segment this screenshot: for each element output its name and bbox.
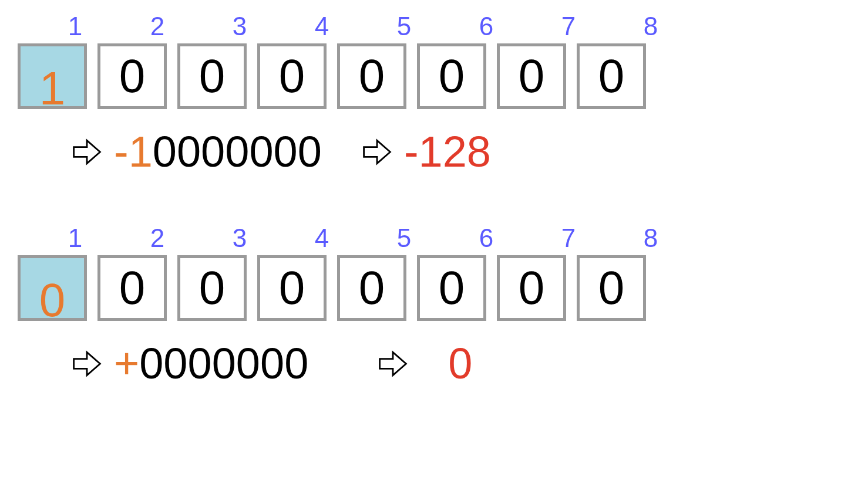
bit-cell: 0 xyxy=(577,255,646,321)
bit-cells: 1 0 0 0 0 0 0 0 xyxy=(18,43,850,109)
pos-label: 7 xyxy=(539,12,598,41)
bit-cell: 0 xyxy=(257,43,327,109)
byte-row-2: 1 2 3 4 5 6 7 8 0 0 0 0 0 0 0 0 +0000000… xyxy=(18,224,850,388)
decimal-value: -128 xyxy=(404,127,491,177)
bit-cell: 0 xyxy=(257,255,327,321)
pos-label: 4 xyxy=(292,12,351,41)
bit-cell: 0 xyxy=(337,255,406,321)
sign-bit-cell: 0 xyxy=(18,255,87,321)
bit-cell: 0 xyxy=(497,43,566,109)
pos-label: 8 xyxy=(621,224,680,253)
pos-label: 1 xyxy=(46,224,105,253)
pos-label: 5 xyxy=(375,224,433,253)
pos-label: 3 xyxy=(210,224,269,253)
bit-positions: 1 2 3 4 5 6 7 8 xyxy=(18,224,850,253)
pos-label: 3 xyxy=(210,12,269,41)
bit-cell: 0 xyxy=(577,43,646,109)
pos-label: 8 xyxy=(621,12,680,41)
pos-label: 6 xyxy=(457,224,516,253)
bit-cell: 0 xyxy=(177,43,247,109)
bit-cell: 0 xyxy=(97,43,167,109)
pos-label: 6 xyxy=(457,12,516,41)
bit-cell: 0 xyxy=(97,255,167,321)
pos-label: 1 xyxy=(46,12,105,41)
pos-label: 2 xyxy=(128,12,187,41)
arrow-right-icon xyxy=(361,136,393,168)
bit-cell: 0 xyxy=(337,43,406,109)
pos-label: 2 xyxy=(128,224,187,253)
arrow-right-icon xyxy=(376,347,409,380)
pos-label: 5 xyxy=(375,12,433,41)
sign-bit-cell: 1 xyxy=(18,43,87,109)
result-line: +0000000 0 xyxy=(70,339,850,388)
decimal-value: 0 xyxy=(448,339,472,388)
result-line: -10000000 -128 xyxy=(70,127,850,177)
byte-row-1: 1 2 3 4 5 6 7 8 1 0 0 0 0 0 0 0 -1000000… xyxy=(18,12,850,177)
bit-cells: 0 0 0 0 0 0 0 0 xyxy=(18,255,850,321)
pos-label: 4 xyxy=(292,224,351,253)
binary-value: -10000000 xyxy=(114,127,322,177)
bit-cell: 0 xyxy=(497,255,566,321)
bit-cell: 0 xyxy=(177,255,247,321)
pos-label: 7 xyxy=(539,224,598,253)
arrow-right-icon xyxy=(70,136,103,168)
bit-positions: 1 2 3 4 5 6 7 8 xyxy=(18,12,850,41)
bit-cell: 0 xyxy=(417,43,486,109)
arrow-right-icon xyxy=(70,347,103,380)
binary-value: +0000000 xyxy=(114,339,308,388)
bit-cell: 0 xyxy=(417,255,486,321)
